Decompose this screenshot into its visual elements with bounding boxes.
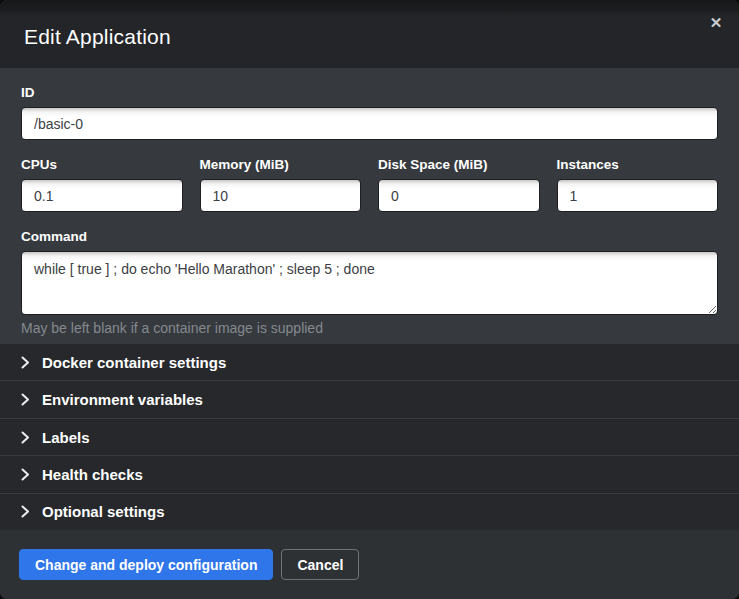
chevron-right-icon: [21, 431, 30, 444]
cpus-label: CPUs: [21, 157, 183, 172]
chevron-right-icon: [21, 393, 30, 406]
instances-label: Instances: [557, 157, 719, 172]
memory-field-group: Memory (MiB): [200, 157, 362, 212]
section-environment-variables[interactable]: Environment variables: [0, 381, 739, 418]
memory-label: Memory (MiB): [200, 157, 362, 172]
command-textarea[interactable]: while [ true ] ; do echo 'Hello Marathon…: [21, 251, 718, 315]
modal-footer: Change and deploy configuration Cancel: [0, 530, 739, 599]
section-labels[interactable]: Labels: [0, 419, 739, 456]
modal-header: Edit Application ✕: [0, 0, 739, 68]
section-health-checks[interactable]: Health checks: [0, 456, 739, 493]
command-help-text: May be left blank if a container image i…: [21, 320, 718, 336]
chevron-right-icon: [21, 468, 30, 481]
memory-input[interactable]: [200, 179, 362, 212]
section-label: Labels: [42, 429, 90, 446]
modal-title: Edit Application: [24, 25, 171, 49]
command-label: Command: [21, 229, 718, 244]
cpus-input[interactable]: [21, 179, 183, 212]
section-label: Docker container settings: [42, 354, 226, 371]
id-input[interactable]: [21, 107, 718, 140]
section-label: Environment variables: [42, 391, 203, 408]
change-and-deploy-button[interactable]: Change and deploy configuration: [19, 549, 273, 580]
cpus-field-group: CPUs: [21, 157, 183, 212]
application-form: ID CPUs Memory (MiB) Disk Space (MiB) In…: [0, 68, 739, 344]
chevron-right-icon: [21, 356, 30, 369]
section-docker-container-settings[interactable]: Docker container settings: [0, 344, 739, 381]
disk-label: Disk Space (MiB): [378, 157, 540, 172]
resources-row: CPUs Memory (MiB) Disk Space (MiB) Insta…: [21, 157, 718, 212]
close-icon[interactable]: ✕: [705, 12, 727, 34]
edit-application-modal: Edit Application ✕ ID CPUs Memory (MiB) …: [0, 0, 739, 599]
disk-field-group: Disk Space (MiB): [378, 157, 540, 212]
section-label: Optional settings: [42, 503, 165, 520]
command-field-group: Command while [ true ] ; do echo 'Hello …: [21, 229, 718, 336]
section-label: Health checks: [42, 466, 143, 483]
section-optional-settings[interactable]: Optional settings: [0, 494, 739, 530]
chevron-right-icon: [21, 505, 30, 518]
cancel-button[interactable]: Cancel: [281, 549, 359, 580]
instances-field-group: Instances: [557, 157, 719, 212]
collapsible-sections: Docker container settings Environment va…: [0, 344, 739, 530]
id-label: ID: [21, 85, 718, 100]
instances-input[interactable]: [557, 179, 719, 212]
id-field-group: ID: [21, 85, 718, 140]
disk-input[interactable]: [378, 179, 540, 212]
